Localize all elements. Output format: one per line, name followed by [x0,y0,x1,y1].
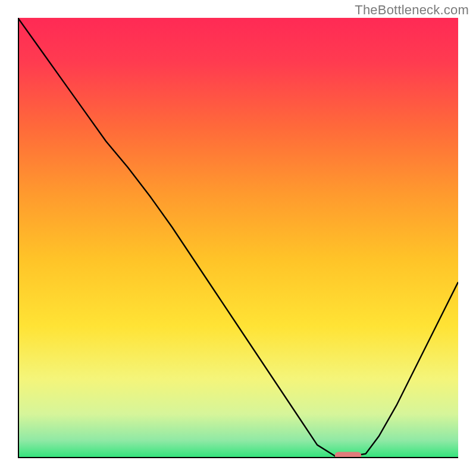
bottleneck-chart [18,18,458,458]
chart-frame: TheBottleneck.com [0,0,476,476]
gradient-background [18,18,458,458]
watermark-text: TheBottleneck.com [355,2,469,18]
plot-area [18,18,458,458]
